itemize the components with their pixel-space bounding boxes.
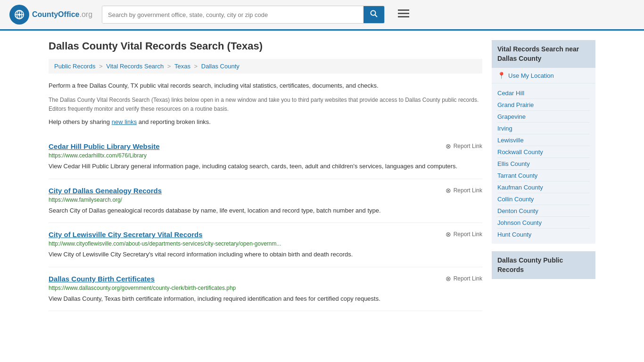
result-header-2: City of Lewisville City Secretary Vital … — [49, 230, 482, 239]
nearby-item-1: Grand Prairie — [497, 99, 590, 111]
breadcrumb-sep-3: > — [194, 63, 199, 70]
nearby-link-8[interactable]: Kaufman County — [497, 184, 543, 191]
location-pin-icon: 📍 — [497, 72, 505, 79]
report-link-3[interactable]: ⊗ Report Link — [446, 275, 482, 282]
report-link-2[interactable]: ⊗ Report Link — [446, 230, 482, 238]
report-icon-0: ⊗ — [446, 142, 451, 150]
site-header: CountyOffice.org — [0, 0, 644, 31]
nearby-link-3[interactable]: Irving — [497, 125, 512, 132]
report-label-0: Report Link — [454, 143, 482, 149]
nearby-list: Cedar Hill Grand Prairie Grapevine Irvin… — [492, 83, 595, 244]
nearby-link-4[interactable]: Lewisville — [497, 137, 524, 144]
report-label-3: Report Link — [454, 275, 482, 282]
result-item-0: Cedar Hill Public Library Website ⊗ Repo… — [49, 135, 482, 179]
result-url-2[interactable]: http://www.cityoflewisville.com/about-us… — [49, 240, 482, 247]
nearby-link-10[interactable]: Denton County — [497, 207, 538, 214]
result-url-1[interactable]: https://www.familysearch.org/ — [49, 197, 482, 203]
public-records-section: Dallas County Public Records — [492, 251, 595, 279]
report-label-1: Report Link — [454, 187, 482, 194]
logo-text: CountyOffice.org — [32, 10, 92, 19]
svg-point-5 — [18, 14, 21, 16]
result-header-1: City of Dallas Genealogy Records ⊗ Repor… — [49, 187, 482, 195]
breadcrumb-public-records[interactable]: Public Records — [54, 63, 95, 70]
result-url-3[interactable]: https://www.dallascounty.org/government/… — [49, 285, 482, 291]
new-links-link[interactable]: new links — [112, 118, 137, 125]
report-icon-3: ⊗ — [446, 275, 451, 282]
result-desc-0: View Cedar Hill Public Library general i… — [49, 162, 482, 171]
nearby-item-5: Rockwall County — [497, 146, 590, 158]
result-desc-3: View Dallas County, Texas birth certific… — [49, 294, 482, 304]
logo-domain-text: .org — [79, 10, 92, 18]
nearby-link-5[interactable]: Rockwall County — [497, 148, 543, 156]
breadcrumb-sep-1: > — [99, 63, 104, 70]
svg-line-7 — [375, 15, 378, 17]
intro-text: Perform a free Dallas County, TX public … — [49, 81, 482, 91]
report-link-0[interactable]: ⊗ Report Link — [446, 142, 482, 150]
nearby-link-7[interactable]: Tarrant County — [497, 172, 537, 179]
result-desc-2: View City of Lewisville City Secretary's… — [49, 250, 482, 259]
logo-county-text: County — [32, 10, 58, 18]
nearby-link-11[interactable]: Johnson County — [497, 219, 542, 226]
result-item-1: City of Dallas Genealogy Records ⊗ Repor… — [49, 179, 482, 223]
nearby-link-12[interactable]: Hunt County — [497, 231, 531, 238]
svg-rect-10 — [398, 16, 409, 17]
breadcrumb: Public Records > Vital Records Search > … — [49, 59, 482, 74]
nearby-header: Vital Records Search near Dallas County — [492, 40, 595, 68]
help-text-after: and reporting broken links. — [137, 118, 211, 125]
disclaimer-text: The Dallas County Vital Records Search (… — [49, 96, 482, 114]
nearby-link-1[interactable]: Grand Prairie — [497, 101, 534, 108]
search-button[interactable] — [363, 6, 384, 23]
result-title-3[interactable]: Dallas County Birth Certificates — [49, 275, 155, 283]
nearby-item-10: Denton County — [497, 205, 590, 217]
nearby-section: Vital Records Search near Dallas County … — [492, 40, 595, 244]
svg-point-6 — [371, 11, 376, 16]
nearby-item-0: Cedar Hill — [497, 87, 590, 99]
nearby-item-3: Irving — [497, 123, 590, 134]
main-container: Dallas County Vital Records Search (Texa… — [39, 31, 605, 321]
menu-button[interactable] — [394, 7, 413, 23]
breadcrumb-texas[interactable]: Texas — [174, 63, 190, 70]
public-records-header: Dallas County Public Records — [492, 251, 595, 279]
help-text-before: Help others by sharing — [49, 118, 112, 125]
report-label-2: Report Link — [454, 231, 482, 238]
nearby-item-8: Kaufman County — [497, 181, 590, 193]
help-text: Help others by sharing new links and rep… — [49, 118, 482, 125]
logo-office-text: Office — [58, 10, 79, 18]
use-location-link[interactable]: Use My Location — [508, 72, 554, 79]
nearby-item-4: Lewisville — [497, 134, 590, 146]
nearby-item-12: Hunt County — [497, 229, 590, 240]
nearby-link-2[interactable]: Grapevine — [497, 113, 526, 120]
svg-rect-8 — [398, 9, 409, 11]
result-item-2: City of Lewisville City Secretary Vital … — [49, 223, 482, 267]
nearby-item-9: Collin County — [497, 193, 590, 205]
nearby-item-2: Grapevine — [497, 111, 590, 123]
logo-icon — [9, 5, 29, 25]
sidebar: Vital Records Search near Dallas County … — [492, 40, 595, 311]
report-icon-1: ⊗ — [446, 187, 451, 194]
result-title-1[interactable]: City of Dallas Genealogy Records — [49, 187, 162, 195]
report-link-1[interactable]: ⊗ Report Link — [446, 187, 482, 194]
nearby-link-6[interactable]: Ellis County — [497, 160, 530, 167]
result-header-0: Cedar Hill Public Library Website ⊗ Repo… — [49, 142, 482, 150]
nearby-link-0[interactable]: Cedar Hill — [497, 90, 524, 97]
svg-rect-9 — [398, 13, 409, 14]
result-header-3: Dallas County Birth Certificates ⊗ Repor… — [49, 275, 482, 283]
report-icon-2: ⊗ — [446, 230, 451, 238]
result-title-0[interactable]: Cedar Hill Public Library Website — [49, 142, 160, 150]
breadcrumb-vital-records[interactable]: Vital Records Search — [106, 63, 164, 70]
search-bar — [102, 6, 385, 24]
use-location-item[interactable]: 📍 Use My Location — [492, 68, 595, 83]
site-logo[interactable]: CountyOffice.org — [9, 5, 92, 25]
result-item-3: Dallas County Birth Certificates ⊗ Repor… — [49, 267, 482, 312]
nearby-item-11: Johnson County — [497, 217, 590, 229]
result-title-2[interactable]: City of Lewisville City Secretary Vital … — [49, 230, 203, 239]
result-desc-1: Search City of Dallas genealogical recor… — [49, 206, 482, 215]
result-url-0[interactable]: https://www.cedarhilltx.com/676/Library — [49, 152, 482, 159]
breadcrumb-dallas-county[interactable]: Dallas County — [201, 63, 239, 70]
nearby-link-9[interactable]: Collin County — [497, 196, 534, 203]
content-area: Dallas County Vital Records Search (Texa… — [49, 40, 482, 311]
nearby-item-6: Ellis County — [497, 158, 590, 170]
nearby-item-7: Tarrant County — [497, 170, 590, 181]
breadcrumb-sep-2: > — [167, 63, 173, 70]
search-input[interactable] — [102, 6, 363, 23]
